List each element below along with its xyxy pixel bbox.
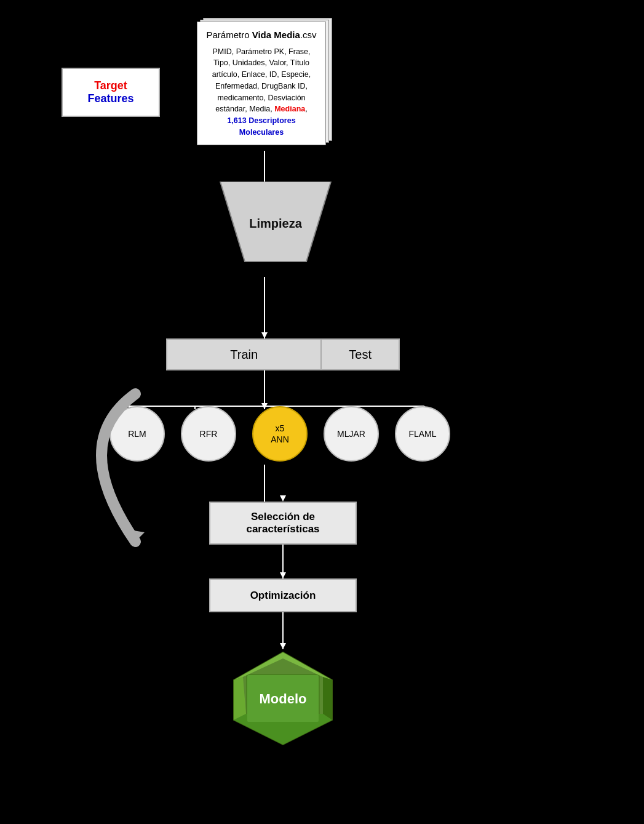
mljar-label: MLJAR [337,429,365,439]
seleccion-label: Selección de características [217,511,349,535]
target-label: Target [87,79,133,92]
optimizacion-box: Optimización [209,578,357,612]
curved-arrow-svg [55,382,166,566]
modelo-text: Modelo [260,691,307,706]
svg-marker-23 [323,677,332,720]
train-test-container: Train Test [166,338,400,370]
algo-mljar: MLJAR [324,406,379,462]
algo-rfr: RFR [181,406,236,462]
features-label: Features [87,92,133,105]
funnel-container: Limpieza [214,182,337,280]
ann-label: x5 ANN [271,423,289,445]
csv-description: PMID, Parámetro PK, Frase, Tipo, Unidade… [206,46,317,138]
optimizacion-label: Optimización [250,590,316,602]
modelo-container: Modelo [228,646,338,748]
csv-paper-front: Parámetro Vida Media.csv PMID, Parámetro… [197,22,326,145]
test-box: Test [322,340,399,369]
target-features-box: Target Features [62,68,160,117]
algo-flaml: FLAML [395,406,450,462]
train-label: Train [230,348,258,362]
csv-title-normal: Parámetro [207,30,252,40]
modelo-svg: Modelo [228,646,338,748]
svg-marker-12 [280,495,286,502]
rfr-label: RFR [200,429,218,439]
csv-descriptores: 1,613 Descriptores Moleculares [227,116,295,137]
svg-marker-15 [261,332,268,338]
csv-mediana: Mediana [274,105,305,113]
algo-ann: x5 ANN [252,406,308,462]
train-box: Train [167,340,322,369]
svg-marker-13 [280,572,286,578]
funnel-svg: Limpieza [214,182,337,280]
seleccion-box: Selección de características [209,502,357,545]
diagram-container: Target Features Parámetro Vida Media.csv… [0,0,644,824]
flaml-label: FLAML [408,429,436,439]
test-label: Test [349,348,372,362]
limpieza-text: Limpieza [249,217,302,230]
csv-ext: .csv [300,30,317,40]
csv-title-bold: Vida Media [252,30,300,40]
